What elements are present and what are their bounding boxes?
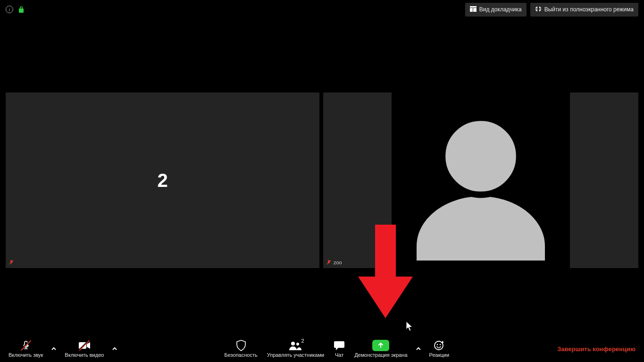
tile-2-avatar-area <box>392 93 570 268</box>
video-label: Включить видео <box>65 352 104 358</box>
share-chevron[interactable] <box>412 339 425 358</box>
tile-1-mute-indicator <box>8 260 14 265</box>
share-label: Демонстрация экрана <box>354 352 407 358</box>
svg-point-8 <box>291 342 295 345</box>
participant-tile-1-name: 2 <box>157 170 167 191</box>
mute-button[interactable]: Включить звук <box>4 338 48 360</box>
video-chevron[interactable] <box>109 339 121 358</box>
top-left-group: i <box>6 6 25 13</box>
svg-rect-1 <box>470 8 473 12</box>
svg-rect-2 <box>473 8 477 12</box>
top-right-group: Вид докладчика Выйти из полноэкранного р… <box>465 3 638 17</box>
video-area: 2 zoo <box>6 93 638 268</box>
tile-2-right-bar <box>570 93 638 268</box>
avatar-icon <box>401 100 561 261</box>
participants-label: Управлять участниками <box>267 352 324 358</box>
svg-rect-0 <box>470 6 477 8</box>
tile-2-mute-indicator: zoo <box>326 260 342 265</box>
tile-2-name: zoo <box>334 260 342 265</box>
red-arrow-annotation <box>357 225 414 321</box>
collapse-icon <box>535 6 542 14</box>
video-button[interactable]: Включить видео <box>60 338 109 360</box>
chat-button[interactable]: Чат <box>329 338 350 360</box>
info-icon[interactable]: i <box>6 6 13 13</box>
mic-muted-icon <box>20 340 32 351</box>
end-meeting-button[interactable]: Завершить конференцию <box>552 343 640 355</box>
exit-fullscreen-label: Выйти из полноэкранного режима <box>544 6 634 13</box>
svg-point-11 <box>437 344 438 345</box>
reactions-icon <box>434 340 445 351</box>
speaker-view-button[interactable]: Вид докладчика <box>465 3 527 17</box>
end-meeting-label: Завершить конференцию <box>557 345 636 353</box>
svg-point-12 <box>440 344 441 345</box>
participants-count: 2 <box>301 338 304 344</box>
mute-chevron[interactable] <box>48 339 60 358</box>
participants-icon: 2 <box>289 340 302 351</box>
mute-label: Включить звук <box>8 352 43 358</box>
reactions-button[interactable]: Реакции <box>425 338 454 360</box>
participant-tile-1[interactable]: 2 <box>6 93 319 268</box>
video-off-icon <box>78 340 91 351</box>
lock-icon <box>18 6 25 13</box>
grid-icon <box>470 6 477 13</box>
speaker-view-label: Вид докладчика <box>479 6 522 13</box>
security-label: Безопасность <box>225 352 258 358</box>
exit-fullscreen-button[interactable]: Выйти из полноэкранного режима <box>530 3 638 17</box>
security-button[interactable]: Безопасность <box>220 338 262 360</box>
cursor-icon <box>406 321 413 333</box>
svg-point-9 <box>296 343 299 345</box>
top-bar: i Вид докладчика Выйти из полноэкранного… <box>0 0 644 19</box>
bottom-toolbar: Включить звук Включить видео Безопасност… <box>0 336 644 362</box>
share-screen-button[interactable]: Демонстрация экрана <box>350 338 412 360</box>
participants-button[interactable]: 2 Управлять участниками <box>262 338 329 360</box>
chat-icon <box>334 340 345 351</box>
shield-icon <box>236 340 246 351</box>
share-screen-icon <box>372 340 389 351</box>
chat-label: Чат <box>335 352 343 358</box>
reactions-label: Реакции <box>429 352 450 358</box>
